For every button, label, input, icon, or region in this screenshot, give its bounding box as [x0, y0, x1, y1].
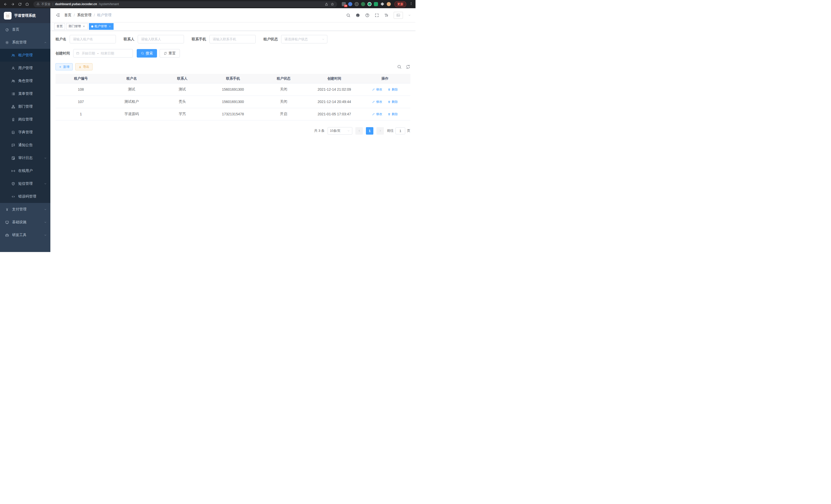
sidebar-item-infrastructure[interactable]: 基础设施 — [0, 216, 50, 229]
browser-menu-kebab-icon[interactable] — [409, 2, 413, 6]
tab-close-icon[interactable] — [82, 25, 85, 28]
edit-link[interactable]: 修改 — [372, 112, 382, 116]
sidebar-item-home[interactable]: 首页 — [0, 23, 50, 36]
github-icon[interactable] — [355, 13, 360, 18]
status-select-placeholder: 请选择租户状态 — [284, 37, 308, 41]
extension-icon-2[interactable] — [348, 2, 352, 6]
extension-badge: 10 — [344, 5, 347, 7]
extension-icon-6[interactable] — [374, 2, 378, 6]
reset-button[interactable]: 重置 — [160, 49, 180, 58]
filter-row-2: 创建时间 开始日期 - 结束日期 搜索 重置 — [56, 49, 410, 58]
tab-dept-management[interactable]: 部门管理 — [66, 23, 88, 30]
sidebar-item-label: 角色管理 — [18, 79, 33, 83]
profile-avatar-icon[interactable] — [387, 2, 391, 6]
post-badge-icon — [11, 118, 15, 121]
download-icon — [79, 65, 82, 68]
url-domain: dashboard.yudao.iocoder.cn — [55, 2, 97, 6]
extension-icon-5[interactable] — [368, 2, 372, 6]
table-row: 1 芋道源码 芋艿 17321315478 开启 2021-01-05 17:0… — [56, 108, 410, 120]
sidebar-item-error-code-management[interactable]: 错误码管理 — [0, 190, 50, 203]
sidebar-toggle-button[interactable] — [55, 12, 61, 18]
tenant-name-input[interactable] — [69, 35, 116, 43]
avatar-dropdown-caret-icon[interactable] — [408, 14, 411, 17]
prev-page-button[interactable] — [355, 127, 363, 135]
edit-link[interactable]: 修改 — [372, 87, 382, 92]
sidebar-item-dev-tools[interactable]: 研发工具 — [0, 229, 50, 241]
sidebar-item-notice[interactable]: 通知公告 — [0, 139, 50, 152]
chrome-update-button[interactable]: 更新 — [395, 1, 406, 7]
tab-home[interactable]: 首页 — [54, 23, 65, 30]
export-button[interactable]: 导出 — [75, 63, 92, 70]
pagination-total: 共 3 条 — [314, 128, 324, 133]
delete-link[interactable]: 删除 — [388, 100, 398, 104]
search-button[interactable]: 搜索 — [137, 49, 157, 58]
user-icon — [11, 66, 15, 70]
tab-close-icon[interactable] — [108, 25, 111, 28]
tab-tenant-management[interactable]: 租户管理 — [89, 23, 114, 30]
cell-phone: 15601691300 — [208, 83, 258, 95]
sidebar-item-system-management[interactable]: 系统管理 — [0, 36, 50, 49]
sidebar-item-tenant-management[interactable]: 租户管理 — [0, 49, 50, 62]
search-icon[interactable] — [346, 13, 350, 18]
search-toggle-icon[interactable] — [397, 64, 402, 69]
sidebar-item-sms-management[interactable]: 短信管理 — [0, 177, 50, 190]
bookmark-star-icon[interactable] — [331, 3, 334, 6]
share-icon[interactable] — [325, 3, 328, 6]
browser-reload-button[interactable] — [17, 1, 23, 7]
edit-link[interactable]: 修改 — [372, 100, 382, 104]
contact-input[interactable] — [138, 35, 184, 43]
extensions-puzzle-icon[interactable] — [380, 2, 384, 6]
sidebar-item-post-management[interactable]: 岗位管理 — [0, 113, 50, 126]
extension-icon-4[interactable] — [361, 2, 365, 6]
browser-forward-button[interactable] — [10, 1, 16, 7]
page-size-select[interactable]: 10条/页 — [327, 127, 352, 135]
date-range-picker[interactable]: 开始日期 - 结束日期 — [73, 49, 133, 58]
status-select[interactable]: 请选择租户状态 — [281, 35, 327, 43]
edit-label: 修改 — [376, 112, 382, 116]
fullscreen-icon[interactable] — [375, 13, 379, 18]
delete-link[interactable]: 删除 — [388, 112, 398, 116]
sidebar-item-payment-management[interactable]: 支付管理 — [0, 203, 50, 216]
goto-page-input[interactable] — [396, 127, 405, 135]
sidebar-item-label: 字典管理 — [18, 130, 33, 135]
refresh-icon[interactable] — [406, 64, 410, 69]
extension-icon-1[interactable]: 10 — [342, 2, 346, 6]
sidebar-item-label: 首页 — [12, 27, 19, 32]
table-row: 107 测试租户 秃头 15601691300 关闭 2021-12-14 20… — [56, 95, 410, 108]
not-secure-warning-icon — [36, 2, 39, 6]
next-page-button[interactable] — [376, 127, 384, 135]
add-button[interactable]: 新增 — [56, 63, 73, 70]
address-bar[interactable]: 不安全 | dashboard.yudao.iocoder.cn /system… — [33, 1, 337, 7]
sidebar-item-menu-management[interactable]: 菜单管理 — [0, 87, 50, 100]
delete-link[interactable]: 删除 — [388, 87, 398, 92]
sidebar-item-online-users[interactable]: 在线用户 — [0, 165, 50, 177]
edit-label: 修改 — [376, 100, 382, 104]
font-size-icon[interactable] — [384, 13, 389, 18]
browser-back-button[interactable] — [3, 1, 8, 7]
page-number-button[interactable]: 1 — [366, 127, 373, 135]
cell-created-at: 2021-12-14 21:02:09 — [309, 83, 360, 95]
chevron-down-icon — [44, 157, 47, 159]
user-avatar[interactable] — [394, 12, 403, 19]
cell-created-at: 2021-12-14 20:49:44 — [309, 95, 360, 108]
sidebar-item-audit-log[interactable]: 审计日志 — [0, 152, 50, 165]
sidebar-item-label: 支付管理 — [12, 207, 26, 212]
extension-icon-3[interactable] — [354, 2, 359, 6]
sidebar-item-role-management[interactable]: 角色管理 — [0, 75, 50, 87]
help-question-icon[interactable] — [365, 13, 370, 18]
sidebar-item-dept-management[interactable]: 部门管理 — [0, 100, 50, 113]
phone-input[interactable] — [209, 35, 256, 43]
tab-label: 部门管理 — [68, 24, 81, 29]
sidebar-item-user-management[interactable]: 用户管理 — [0, 62, 50, 75]
trash-icon — [388, 88, 391, 91]
sidebar-item-dict-management[interactable]: 字典管理 — [0, 126, 50, 139]
breadcrumb-system-management[interactable]: 系统管理 — [77, 13, 91, 18]
url-path: /system/tenant — [99, 2, 119, 6]
column-actions: 操作 — [360, 74, 410, 83]
logo[interactable]: 芋道管理系统 — [0, 8, 50, 23]
breadcrumb-home[interactable]: 首页 — [64, 13, 71, 18]
app-shell: 芋道管理系统 首页 系统管理 租户管理 用户管理 角色管理 — [0, 8, 416, 252]
browser-home-button[interactable] — [24, 1, 30, 7]
column-contact: 联系人 — [157, 74, 208, 83]
pencil-icon — [372, 88, 375, 91]
